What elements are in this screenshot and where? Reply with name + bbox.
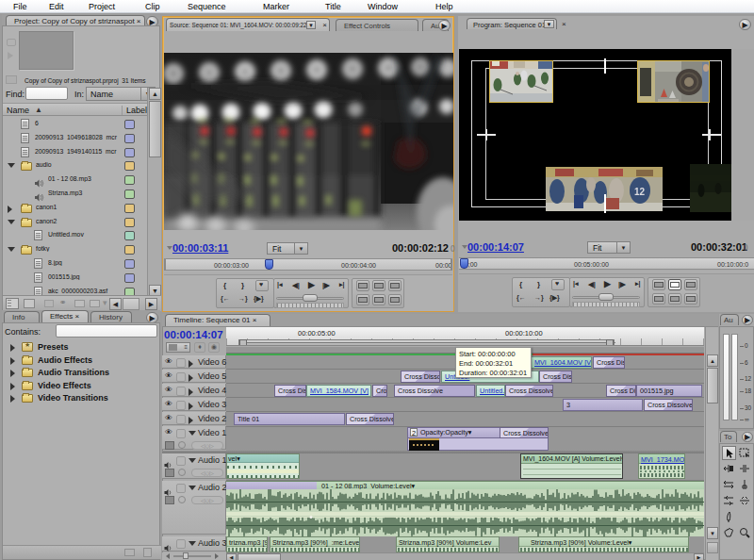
svg-text:12: 12 (634, 187, 646, 197)
